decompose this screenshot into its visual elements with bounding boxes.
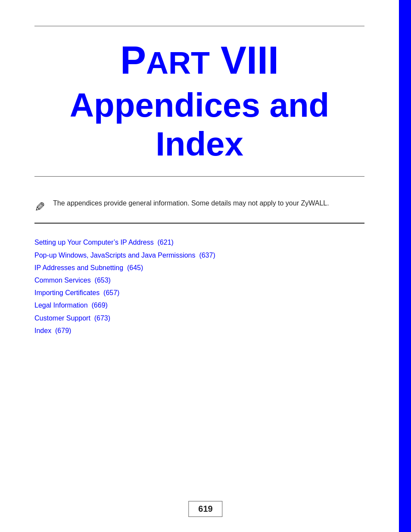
toc-link-7[interactable]: Customer Support (673) [34, 314, 110, 322]
subtitle-line1: Appendices and [34, 86, 364, 125]
toc-item-3[interactable]: IP Addresses and Subnetting (645) [34, 262, 364, 274]
toc-label-7: Customer Support [34, 314, 90, 322]
part-art-letters: ART [146, 46, 210, 80]
toc-link-1[interactable]: Setting up Your Computer’s IP Address (6… [34, 239, 174, 246]
toc-label-8: Index [34, 327, 51, 334]
note-text: The appendices provide general informati… [53, 198, 364, 208]
toc-link-8[interactable]: Index (679) [34, 327, 71, 334]
top-rule [34, 26, 364, 26]
toc-page-3: (645) [127, 264, 143, 271]
toc-link-5[interactable]: Importing Certificates (657) [34, 289, 119, 296]
toc-label-2: Pop-up Windows, JavaScripts and Java Per… [34, 252, 196, 259]
toc-item-4[interactable]: Common Services (653) [34, 274, 364, 286]
pencil-icon [34, 199, 45, 215]
toc-item-6[interactable]: Legal Information (669) [34, 299, 364, 311]
toc-list: Setting up Your Computer’s IP Address (6… [34, 236, 364, 336]
blue-sidebar [399, 0, 411, 532]
toc-item-1[interactable]: Setting up Your Computer’s IP Address (6… [34, 236, 364, 248]
toc-label-1: Setting up Your Computer’s IP Address [34, 239, 154, 246]
note-section: The appendices provide general informati… [34, 198, 364, 224]
toc-link-2[interactable]: Pop-up Windows, JavaScripts and Java Per… [34, 252, 215, 259]
toc-label-6: Legal Information [34, 302, 88, 309]
part-label: PART VIII [120, 39, 279, 82]
page-number: 619 [198, 504, 212, 513]
toc-item-7[interactable]: Customer Support (673) [34, 312, 364, 324]
toc-page-7: (673) [94, 314, 110, 322]
part-p-letter: P [120, 39, 146, 82]
toc-link-6[interactable]: Legal Information (669) [34, 302, 108, 309]
toc-page-4: (653) [95, 277, 111, 284]
page-number-box: 619 [188, 501, 222, 517]
part-title: PART VIII [34, 39, 364, 82]
toc-item-2[interactable]: Pop-up Windows, JavaScripts and Java Per… [34, 249, 364, 261]
toc-label-3: IP Addresses and Subnetting [34, 264, 123, 271]
toc-page-5: (657) [103, 289, 119, 296]
toc-page-6: (669) [92, 302, 108, 309]
toc-page-2: (637) [199, 252, 215, 259]
toc-item-8[interactable]: Index (679) [34, 325, 364, 336]
toc-link-3[interactable]: IP Addresses and Subnetting (645) [34, 264, 143, 271]
main-content: PART VIII Appendices and Index The appen… [0, 0, 399, 532]
part-roman: VIII [221, 39, 279, 82]
toc-page-1: (621) [158, 239, 174, 246]
toc-link-4[interactable]: Common Services (653) [34, 277, 111, 284]
toc-item-5[interactable]: Importing Certificates (657) [34, 287, 364, 299]
subtitle-line2: Index [34, 125, 364, 164]
subtitle: Appendices and Index [34, 86, 364, 163]
toc-page-8: (679) [55, 327, 71, 334]
toc-label-5: Importing Certificates [34, 289, 100, 296]
bottom-rule [34, 176, 364, 177]
toc-label-4: Common Services [34, 277, 91, 284]
